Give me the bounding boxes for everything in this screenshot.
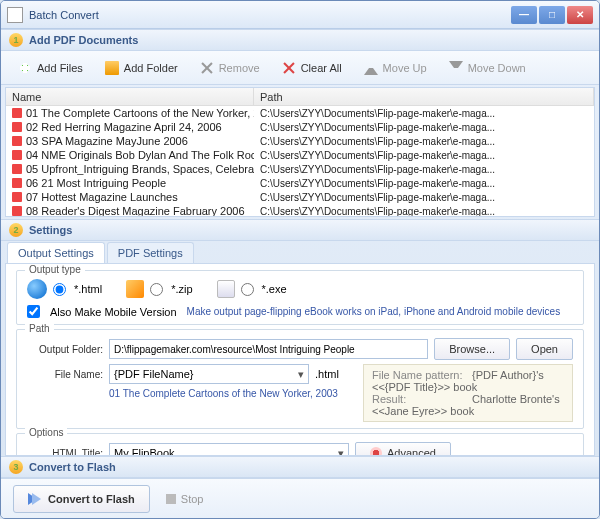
stop-icon (166, 494, 176, 504)
settings-panel: Output type *.html *.zip *.exe Also Make… (5, 263, 595, 456)
section-add-documents: 1 Add PDF Documents (1, 29, 599, 51)
radio-zip[interactable] (150, 283, 163, 296)
pdf-icon (12, 206, 22, 216)
titlebar: Batch Convert — □ ✕ (1, 1, 599, 29)
filename-combo[interactable]: {PDF FileName}▾ (109, 364, 309, 384)
zip-icon (126, 280, 144, 298)
move-down-button[interactable]: Move Down (440, 55, 535, 81)
pdf-icon (12, 150, 22, 160)
table-row[interactable]: 08 Reader's Digest Magazine Fabruary 200… (6, 204, 594, 216)
filename-example: 01 The Complete Cartoons of the New York… (109, 388, 355, 399)
advanced-button[interactable]: Advanced (355, 442, 451, 456)
table-row[interactable]: 01 The Complete Cartoons of the New York… (6, 106, 594, 120)
documents-list[interactable]: Name Path 01 The Complete Cartoons of th… (5, 87, 595, 217)
app-icon (7, 7, 23, 23)
section-convert: 3 Convert to Flash (1, 456, 599, 478)
radio-exe[interactable] (241, 283, 254, 296)
down-icon (449, 61, 463, 75)
move-up-button[interactable]: Move Up (355, 55, 436, 81)
remove-icon (200, 61, 214, 75)
add-files-button[interactable]: Add Files (9, 55, 92, 81)
remove-button[interactable]: Remove (191, 55, 269, 81)
stop-button[interactable]: Stop (166, 493, 204, 505)
globe-icon (27, 279, 47, 299)
play-icon (32, 493, 41, 505)
add-folder-button[interactable]: Add Folder (96, 55, 187, 81)
path-group: Path Output Folder: Browse... Open File … (16, 329, 584, 429)
close-button[interactable]: ✕ (567, 6, 593, 24)
pdf-icon (12, 178, 22, 188)
pattern-hint-box: File Name pattern:{PDF Author}'s <<{PDF … (363, 364, 573, 422)
pdf-icon (12, 192, 22, 202)
step-2-icon: 2 (9, 223, 23, 237)
pdf-icon (12, 122, 22, 132)
output-folder-input[interactable] (109, 339, 428, 359)
up-icon (364, 61, 378, 75)
step-3-icon: 3 (9, 460, 23, 474)
gear-icon (370, 447, 382, 456)
clear-all-button[interactable]: Clear All (273, 55, 351, 81)
html-title-combo[interactable]: My FlipBook▾ (109, 443, 349, 456)
col-path-header[interactable]: Path (254, 88, 594, 105)
table-row[interactable]: 06 21 Most Intriguing PeopleC:\Users\ZYY… (6, 176, 594, 190)
radio-html[interactable] (53, 283, 66, 296)
list-header: Name Path (6, 88, 594, 106)
step-1-icon: 1 (9, 33, 23, 47)
mobile-version-checkbox[interactable] (27, 305, 40, 318)
table-row[interactable]: 07 Hottest Magazine LaunchesC:\Users\ZYY… (6, 190, 594, 204)
output-type-group: Output type *.html *.zip *.exe Also Make… (16, 270, 584, 325)
chevron-down-icon: ▾ (338, 447, 344, 457)
plus-icon (18, 61, 32, 75)
exe-icon (217, 280, 235, 298)
folder-icon (105, 61, 119, 75)
open-button[interactable]: Open (516, 338, 573, 360)
batch-convert-window: Batch Convert — □ ✕ 1 Add PDF Documents … (0, 0, 600, 519)
pdf-icon (12, 136, 22, 146)
table-row[interactable]: 03 SPA Magazine MayJune 2006C:\Users\ZYY… (6, 134, 594, 148)
chevron-down-icon: ▾ (298, 368, 304, 381)
browse-button[interactable]: Browse... (434, 338, 510, 360)
settings-tabs: Output Settings PDF Settings (1, 241, 599, 263)
table-row[interactable]: 04 NME Originals Bob Dylan And The Folk … (6, 148, 594, 162)
maximize-button[interactable]: □ (539, 6, 565, 24)
convert-toolbar: Convert to Flash Stop (1, 478, 599, 518)
clear-icon (282, 61, 296, 75)
section-settings: 2 Settings (1, 219, 599, 241)
table-row[interactable]: 05 Upfront_Intriguing Brands, Spaces, Ce… (6, 162, 594, 176)
pdf-icon (12, 164, 22, 174)
table-row[interactable]: 02 Red Herring Magazine April 24, 2006C:… (6, 120, 594, 134)
convert-to-flash-button[interactable]: Convert to Flash (13, 485, 150, 513)
tab-output-settings[interactable]: Output Settings (7, 242, 105, 263)
col-name-header[interactable]: Name (6, 88, 254, 105)
minimize-button[interactable]: — (511, 6, 537, 24)
pdf-icon (12, 108, 22, 118)
documents-toolbar: Add Files Add Folder Remove Clear All Mo… (1, 51, 599, 85)
window-title: Batch Convert (29, 9, 511, 21)
tab-pdf-settings[interactable]: PDF Settings (107, 242, 194, 263)
options-group: Options HTML Title: My FlipBook▾ Advance… (16, 433, 584, 456)
